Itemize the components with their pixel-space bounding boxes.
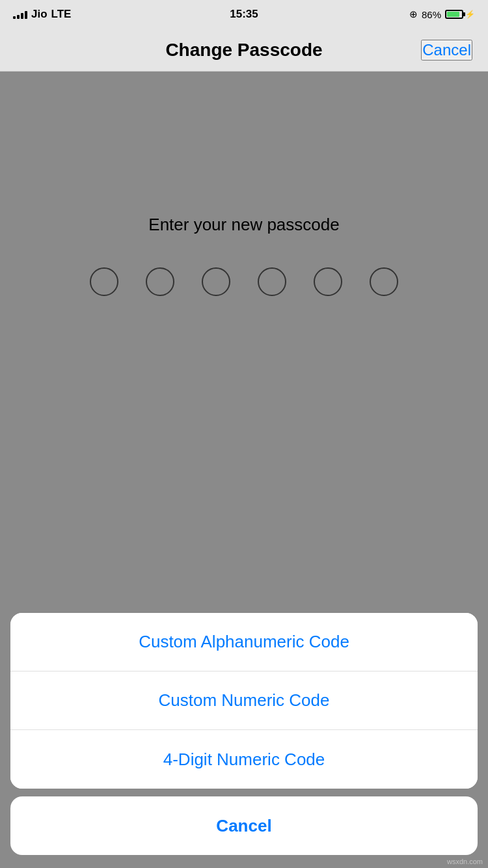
cancel-nav-button[interactable]: Cancel xyxy=(421,40,472,61)
passcode-dots xyxy=(90,267,398,296)
status-time: 15:35 xyxy=(230,8,258,21)
custom-numeric-button[interactable]: Custom Numeric Code xyxy=(10,671,478,730)
passcode-dot-6 xyxy=(370,267,398,296)
battery-percent-label: 86% xyxy=(422,9,441,20)
four-digit-numeric-button[interactable]: 4-Digit Numeric Code xyxy=(10,730,478,789)
action-sheet-cancel-button[interactable]: Cancel xyxy=(10,796,478,855)
passcode-dot-5 xyxy=(314,267,342,296)
watermark: wsxdn.com xyxy=(447,858,483,865)
battery-container: ⚡ xyxy=(445,10,475,19)
page-title: Change Passcode xyxy=(165,40,322,61)
passcode-dot-3 xyxy=(202,267,230,296)
status-bar: Jio LTE 15:35 ⊕ 86% ⚡ xyxy=(0,0,488,29)
location-icon: ⊕ xyxy=(409,8,418,20)
status-left: Jio LTE xyxy=(13,8,71,21)
battery-icon xyxy=(445,10,463,19)
passcode-dot-2 xyxy=(146,267,174,296)
battery-fill xyxy=(447,12,459,17)
passcode-dot-1 xyxy=(90,267,118,296)
passcode-dot-4 xyxy=(258,267,286,296)
status-right: ⊕ 86% ⚡ xyxy=(409,8,475,20)
network-label: LTE xyxy=(51,8,72,21)
signal-bars-icon xyxy=(13,10,27,19)
action-sheet-menu: Custom Alphanumeric Code Custom Numeric … xyxy=(10,613,478,789)
custom-alphanumeric-button[interactable]: Custom Alphanumeric Code xyxy=(10,613,478,671)
passcode-prompt: Enter your new passcode xyxy=(148,215,339,235)
main-content: Enter your new passcode Custom Alphanume… xyxy=(0,72,488,868)
carrier-label: Jio xyxy=(31,8,47,21)
charging-bolt-icon: ⚡ xyxy=(465,10,475,19)
nav-bar: Change Passcode Cancel xyxy=(0,29,488,72)
action-sheet-overlay: Custom Alphanumeric Code Custom Numeric … xyxy=(0,613,488,868)
